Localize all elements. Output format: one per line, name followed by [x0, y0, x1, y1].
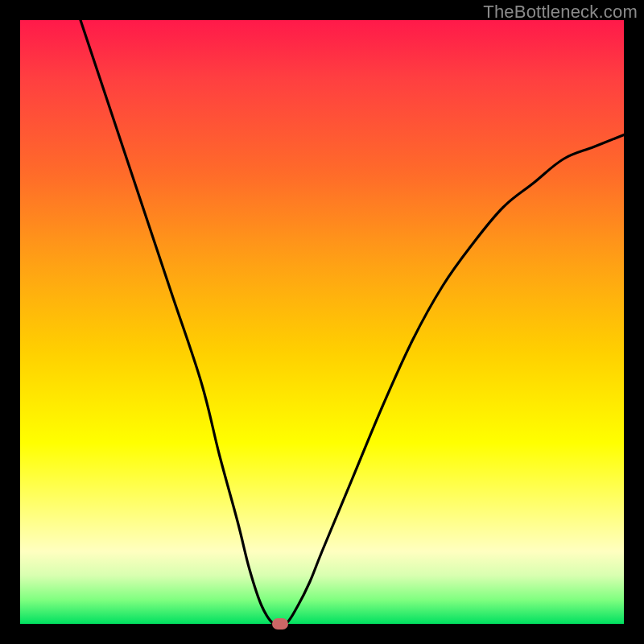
bottleneck-curve: [80, 20, 624, 624]
chart-frame: TheBottleneck.com: [0, 0, 644, 644]
optimum-marker: [272, 618, 288, 630]
plot-area: [20, 20, 624, 624]
curve-svg: [20, 20, 624, 624]
